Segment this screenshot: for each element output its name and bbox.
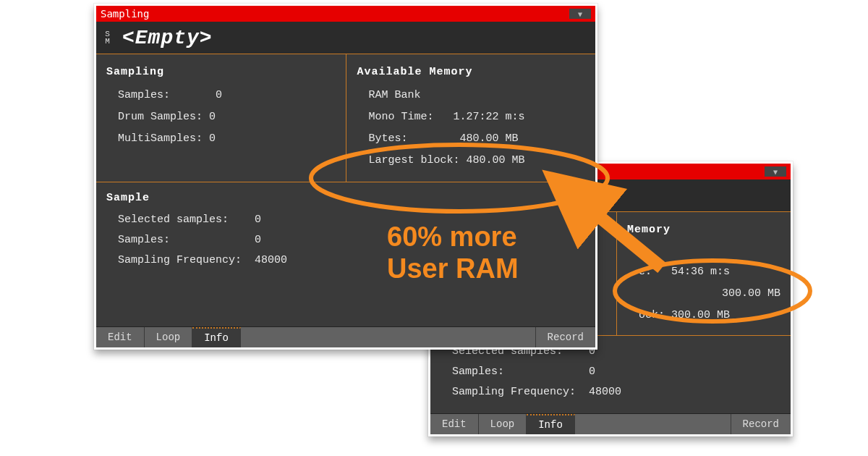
window-front: Sampling ▼ SM <Empty> Sampling Samples: … — [94, 4, 597, 350]
bytes-label: Bytes: — [368, 128, 459, 150]
titlebar-front: Sampling ▼ — [96, 6, 595, 22]
samples2-value: 0 — [255, 230, 261, 250]
freq-value: 48000 — [255, 250, 287, 271]
tab-spacer-back — [575, 414, 731, 434]
sel-samples-value: 0 — [255, 210, 261, 230]
block-label-back: ock: — [639, 305, 671, 326]
tab-record-back[interactable]: Record — [731, 414, 791, 434]
samples-value: 0 — [216, 85, 222, 106]
block-value: 480.00 MB — [466, 150, 524, 172]
sel-samples-label: Selected samples: — [118, 210, 255, 230]
samples-value-back: 0 — [589, 362, 595, 382]
title-text-front: Sampling — [101, 8, 569, 20]
tab-record[interactable]: Record — [535, 327, 595, 347]
memory-title: Available Memory — [357, 62, 585, 83]
block-label: Largest block: — [368, 150, 466, 172]
multi-samples-label: MultiSamples: — [118, 128, 209, 150]
sm-label: SM — [101, 30, 115, 45]
dropdown-button-back[interactable]: ▼ — [765, 166, 786, 177]
chevron-down-icon: ▼ — [773, 168, 778, 176]
tab-spacer — [241, 327, 535, 347]
sampling-title: Sampling — [106, 62, 336, 83]
sample-section: Sample Selected samples: 0 Samples: 0 Sa… — [96, 182, 595, 275]
freq-label-back: Sampling Frequency: — [452, 382, 589, 402]
header-row: SM <Empty> — [96, 22, 595, 54]
mono-time-label-back: e: — [639, 261, 671, 283]
drum-samples-label: Drum Samples: — [118, 106, 209, 128]
tab-edit[interactable]: Edit — [96, 327, 145, 347]
block-value-back: 300.00 MB — [671, 305, 730, 326]
drum-samples-value: 0 — [209, 106, 216, 128]
mono-time-value-back: 54:36 m:s — [671, 261, 730, 283]
tab-info[interactable]: Info — [192, 327, 241, 347]
samples-label-back: Samples: — [452, 362, 589, 382]
tab-loop-back[interactable]: Loop — [479, 414, 527, 434]
bytes-value: 480.00 MB — [459, 128, 518, 150]
tabbar-front: Edit Loop Info Record — [96, 326, 595, 347]
memory-section: Available Memory RAM Bank Mono Time: 1.2… — [346, 54, 595, 182]
tab-loop[interactable]: Loop — [145, 327, 193, 347]
tabbar-back: Edit Loop Info Record — [430, 413, 791, 434]
freq-label: Sampling Frequency: — [118, 250, 255, 271]
tab-info-back[interactable]: Info — [527, 414, 575, 434]
tab-edit-back[interactable]: Edit — [430, 414, 479, 434]
samples2-label: Samples: — [118, 230, 255, 250]
samples-label: Samples: — [118, 85, 216, 106]
slot-name-value: <Empty> — [115, 27, 213, 49]
chevron-down-icon: ▼ — [578, 10, 582, 18]
mono-time-label: Mono Time: — [368, 106, 453, 128]
sample-title: Sample — [106, 188, 585, 208]
dropdown-button-front[interactable]: ▼ — [569, 9, 591, 19]
freq-value-back: 48000 — [589, 382, 621, 402]
sampling-section: Sampling Samples: 0 Drum Samples: 0 Mult… — [96, 54, 346, 182]
multi-samples-value: 0 — [209, 128, 216, 150]
ram-bank-label: RAM Bank — [357, 85, 585, 106]
bytes-value-back: 300.00 MB — [722, 283, 780, 305]
memory-title-back: Memory — [627, 219, 780, 241]
mono-time-value: 1.27:22 m:s — [453, 106, 524, 128]
